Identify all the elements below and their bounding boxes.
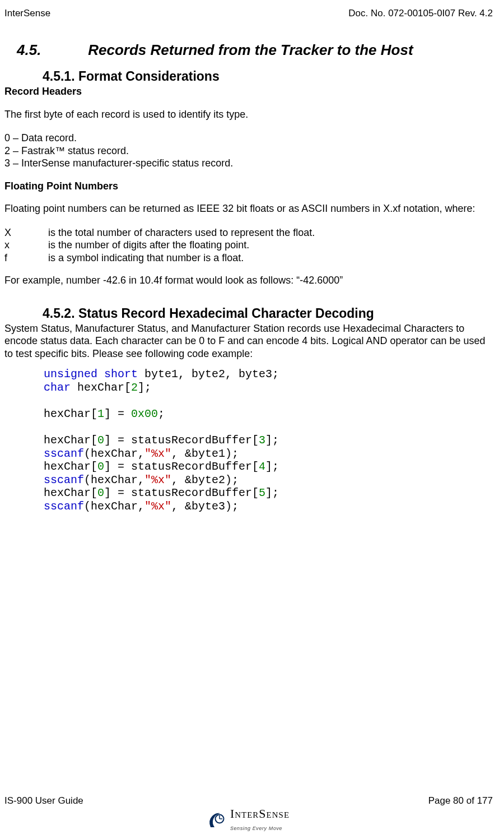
code-text: hexChar[	[44, 486, 97, 499]
paragraph: System Status, Manufacturer Status, and …	[4, 322, 491, 360]
paragraph: For example, number -42.6 in 10.4f forma…	[4, 274, 491, 287]
intersense-logo-icon	[208, 812, 227, 828]
definition-key: f	[4, 252, 48, 265]
subheading-floating-point: Floating Point Numbers	[4, 180, 491, 193]
code-block: unsigned short byte1, byte2, byte3; char…	[44, 368, 493, 513]
code-text: hexChar[	[71, 381, 131, 394]
definition-list: X is the total number of characters used…	[4, 226, 491, 265]
code-text: (hexChar,	[84, 474, 144, 486]
header-right: Doc. No. 072-00105-0I07 Rev. 4.2	[348, 8, 493, 19]
subsection-title: Status Record Hexadecimal Character Deco…	[78, 306, 374, 321]
list-item: 2 – Fastrak™ status record.	[4, 145, 491, 157]
code-number: 0	[97, 460, 104, 473]
code-text: , &byte1);	[171, 447, 239, 460]
footer-logo: InterSense Sensing Every Move	[4, 808, 493, 832]
code-text: ];	[138, 381, 151, 394]
code-keyword: sscanf	[44, 500, 84, 513]
code-keyword: char	[44, 381, 71, 394]
code-number: 0	[97, 434, 104, 447]
list-item: 3 – InterSense manufacturer-specific sta…	[4, 157, 491, 170]
code-number: 4	[259, 460, 265, 473]
subsection-number: 4.5.1.	[43, 69, 75, 84]
definition-row: f is a symbol indicating that number is …	[4, 252, 491, 265]
section-number: 4.5.	[17, 41, 84, 59]
logo-main: InterSense	[230, 806, 290, 821]
definition-value: is the number of digits after the floati…	[48, 239, 249, 252]
code-keyword: short	[104, 368, 138, 381]
definition-key: X	[4, 226, 48, 239]
subsection-number: 4.5.2.	[43, 306, 75, 321]
code-text: , &byte3);	[171, 500, 239, 513]
code-text: ];	[265, 460, 279, 473]
record-type-list: 0 – Data record. 2 – Fastrak™ status rec…	[4, 132, 491, 170]
code-text: ] = statusRecordBuffer[	[104, 460, 259, 473]
code-text: hexChar[	[44, 407, 97, 420]
code-text: , &byte2);	[171, 474, 239, 486]
code-text: ];	[265, 486, 279, 499]
code-text: (hexChar,	[84, 447, 144, 460]
code-text: hexChar[	[44, 434, 97, 447]
code-keyword: unsigned	[44, 368, 97, 381]
footer-right: Page 80 of 177	[428, 795, 493, 806]
code-text: ] = statusRecordBuffer[	[104, 434, 259, 447]
paragraph: Floating point numbers can be returned a…	[4, 202, 491, 215]
footer-left: IS-900 User Guide	[4, 795, 83, 806]
paragraph: The first byte of each record is used to…	[4, 108, 491, 121]
code-text: ];	[265, 434, 279, 447]
code-number: 0	[97, 486, 104, 499]
subsection-heading: 4.5.1. Format Considerations	[43, 69, 493, 84]
code-keyword: sscanf	[44, 447, 84, 460]
page-header: InterSense Doc. No. 072-00105-0I07 Rev. …	[4, 8, 493, 19]
code-keyword: sscanf	[44, 474, 84, 486]
code-text: ;	[158, 407, 165, 420]
code-number: 1	[97, 407, 104, 420]
footer-line: IS-900 User Guide Page 80 of 177	[4, 795, 493, 806]
code-string: "%x"	[144, 474, 171, 486]
definition-value: is the total number of characters used t…	[48, 226, 315, 239]
page-footer: IS-900 User Guide Page 80 of 177 InterSe…	[4, 795, 493, 832]
subheading-record-headers: Record Headers	[4, 85, 491, 98]
code-text: (hexChar,	[84, 500, 144, 513]
code-text: ] =	[104, 407, 131, 420]
definition-value: is a symbol indicating that number is a …	[48, 252, 244, 265]
code-number: 2	[131, 381, 138, 394]
code-number: 5	[259, 486, 265, 499]
code-number: 3	[259, 434, 265, 447]
code-text: hexChar[	[44, 460, 97, 473]
code-text: ] = statusRecordBuffer[	[104, 486, 259, 499]
code-text: byte1, byte2, byte3;	[138, 368, 279, 381]
logo-text: InterSense Sensing Every Move	[230, 808, 290, 832]
header-left: InterSense	[4, 8, 50, 19]
code-string: "%x"	[144, 447, 171, 460]
code-number: 0x00	[131, 407, 158, 420]
subsection-title: Format Considerations	[78, 69, 220, 84]
definition-key: x	[4, 239, 48, 252]
logo-tagline: Sensing Every Move	[230, 826, 282, 831]
list-item: 0 – Data record.	[4, 132, 491, 145]
code-string: "%x"	[144, 500, 171, 513]
definition-row: x is the number of digits after the floa…	[4, 239, 491, 252]
section-title: Records Returned from the Tracker to the…	[88, 41, 413, 58]
subsection-heading: 4.5.2. Status Record Hexadecimal Charact…	[43, 306, 493, 321]
section-heading: 4.5. Records Returned from the Tracker t…	[17, 41, 493, 59]
definition-row: X is the total number of characters used…	[4, 226, 491, 239]
document-page: InterSense Doc. No. 072-00105-0I07 Rev. …	[0, 0, 504, 839]
